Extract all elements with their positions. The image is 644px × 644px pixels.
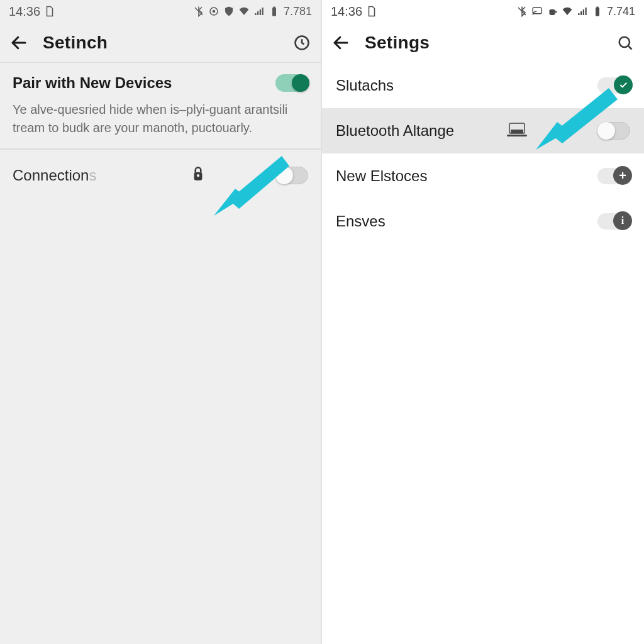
status-right-text: 7.781	[284, 5, 312, 18]
status-bar: 14:36 7.741	[322, 0, 644, 23]
settings-row-bluetooth-altange[interactable]: Bluetooth Altange	[322, 108, 644, 153]
battery-icon	[269, 6, 280, 17]
svg-rect-13	[596, 7, 598, 8]
left-screenshot: 14:36 7.781 Setinch	[0, 0, 322, 644]
pair-toggle[interactable]	[275, 74, 308, 92]
svg-point-2	[213, 10, 216, 13]
back-button[interactable]	[9, 33, 29, 53]
connections-label: Connections	[13, 167, 96, 184]
row-label: Bluetooth Altange	[336, 122, 506, 140]
history-icon[interactable]	[292, 33, 312, 53]
row-label: Slutachs	[336, 77, 597, 94]
wifi-icon	[562, 6, 573, 17]
bluetooth-off-icon	[193, 6, 204, 17]
svg-rect-16	[511, 130, 523, 133]
connections-row[interactable]: Connections	[0, 149, 321, 201]
teapot-icon	[547, 6, 558, 17]
row-info-control[interactable]: i	[597, 213, 630, 230]
settings-row-slutachs[interactable]: Slutachs	[322, 63, 644, 108]
svg-point-7	[197, 174, 199, 177]
row-toggle[interactable]	[597, 122, 630, 140]
battery-icon	[592, 6, 603, 17]
page-title: Setinch	[43, 33, 278, 53]
row-label: New Elstoces	[336, 167, 597, 185]
svg-rect-17	[507, 135, 527, 136]
circle-icon	[208, 6, 219, 17]
right-screenshot: 14:36 7.741 Setings	[322, 0, 644, 644]
status-bar: 14:36 7.781	[0, 0, 321, 23]
status-time: 14:36	[9, 4, 40, 19]
pair-with-new-devices-row[interactable]: Pair with New Devices Ye alve-quesried h…	[0, 63, 321, 149]
status-right-text: 7.741	[607, 5, 635, 18]
svg-rect-12	[596, 8, 599, 16]
settings-row-ensves[interactable]: Ensves i	[322, 199, 644, 244]
row-add-control[interactable]: +	[597, 168, 630, 184]
laptop-icon	[506, 122, 528, 140]
sim-icon	[44, 6, 55, 17]
sim-icon	[366, 6, 377, 17]
settings-row-new-elstoces[interactable]: New Elstoces +	[322, 153, 644, 199]
app-toolbar: Setings	[322, 23, 644, 63]
page-title: Setings	[365, 33, 601, 53]
shield-icon	[223, 6, 235, 17]
row-label: Ensves	[336, 213, 597, 230]
wifi-icon	[238, 6, 250, 17]
status-time: 14:36	[331, 4, 362, 19]
search-icon[interactable]	[615, 33, 635, 53]
back-button[interactable]	[331, 33, 351, 53]
connections-toggle[interactable]	[275, 167, 308, 184]
cast-icon	[531, 6, 543, 17]
bluetooth-off-icon	[516, 6, 528, 17]
svg-rect-3	[272, 8, 276, 16]
pair-row-title: Pair with New Devices	[13, 74, 172, 92]
svg-point-14	[619, 37, 630, 47]
app-toolbar: Setinch	[0, 23, 321, 63]
svg-rect-4	[273, 7, 275, 8]
lock-icon	[190, 165, 206, 186]
signal-icon	[577, 6, 588, 17]
row-check-toggle[interactable]	[597, 77, 630, 94]
signal-icon	[253, 6, 265, 17]
pair-row-desc: Ye alve-quesried hide when is–plyi-guant…	[13, 101, 308, 137]
